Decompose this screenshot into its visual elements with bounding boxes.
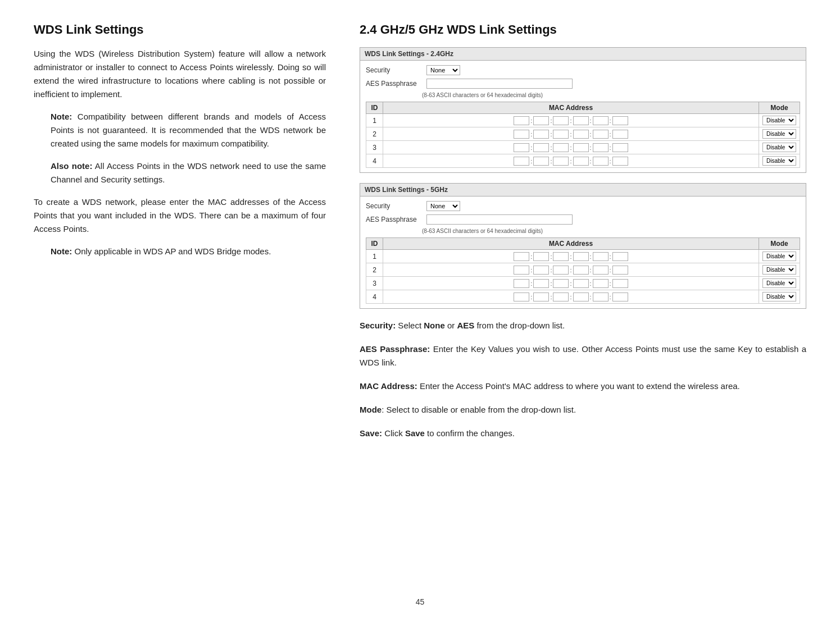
mode-select[interactable]: DisableEnable (762, 278, 796, 288)
note1-label: Note: (51, 112, 72, 121)
mac-octet-input[interactable] (553, 279, 569, 288)
mac-octet-input[interactable] (514, 292, 529, 301)
table-row: 3:::::DisableEnable (366, 141, 800, 154)
mac-octet-input[interactable] (593, 252, 609, 261)
mac-separator: : (530, 131, 532, 138)
mac-octet-input[interactable] (533, 143, 549, 152)
mac-octet-input[interactable] (514, 143, 529, 152)
passphrase-label-5: AES Passphrase (366, 216, 422, 223)
mac-octet-input[interactable] (533, 266, 549, 275)
left-para2: To create a WDS network, please enter th… (34, 195, 326, 236)
col-mac-5: MAC Address (383, 238, 759, 250)
security-select-5[interactable]: None AES (426, 201, 460, 211)
mac-octet-input[interactable] (514, 130, 529, 139)
desc-security-term: Security: (360, 321, 396, 330)
mac-octet-input[interactable] (573, 143, 589, 152)
desc-mac-para: MAC Address: Enter the Access Point's MA… (360, 380, 806, 393)
mac-separator: : (610, 294, 611, 300)
mac-octet-input[interactable] (553, 266, 569, 275)
mac-octet-input[interactable] (533, 279, 549, 288)
mac-octet-input[interactable] (593, 130, 609, 139)
mac-octet-input[interactable] (553, 252, 569, 261)
mac-input-group: ::::: (387, 143, 755, 152)
mac-octet-input[interactable] (612, 157, 628, 166)
mode-select[interactable]: DisableEnable (762, 143, 796, 152)
desc-aes-bold: AES (457, 321, 474, 330)
mac-octet-input[interactable] (593, 292, 609, 301)
row-id: 4 (366, 290, 383, 304)
mac-octet-input[interactable] (612, 292, 628, 301)
mac-separator: : (590, 253, 592, 260)
mac-octet-input[interactable] (573, 157, 589, 166)
mac-octet-input[interactable] (533, 252, 549, 261)
desc-save-term: Save: (360, 428, 382, 438)
mode-select[interactable]: DisableEnable (762, 116, 796, 125)
mac-octet-input[interactable] (533, 292, 549, 301)
mac-octet-input[interactable] (553, 292, 569, 301)
mac-separator: : (610, 267, 611, 273)
mac-octet-input[interactable] (514, 279, 529, 288)
mac-separator: : (610, 158, 611, 164)
passphrase-input-24[interactable] (426, 79, 573, 89)
mac-separator: : (550, 267, 552, 273)
mode-select[interactable]: DisableEnable (762, 129, 796, 139)
row-mac: ::::: (383, 263, 759, 277)
left-column: WDS Link Settings Using the WDS (Wireles… (34, 22, 326, 450)
mac-octet-input[interactable] (573, 279, 589, 288)
mac-separator: : (610, 253, 611, 260)
mac-octet-input[interactable] (533, 130, 549, 139)
mac-octet-input[interactable] (573, 252, 589, 261)
mac-octet-input[interactable] (612, 266, 628, 275)
mac-separator: : (570, 294, 571, 300)
mac-octet-input[interactable] (533, 116, 549, 125)
security-row-24: Security None AES (366, 65, 800, 75)
mac-octet-input[interactable] (573, 116, 589, 125)
mac-octet-input[interactable] (533, 157, 549, 166)
mac-separator: : (530, 117, 532, 124)
mode-select[interactable]: DisableEnable (762, 156, 796, 166)
mac-octet-input[interactable] (612, 143, 628, 152)
desc-none-bold: None (424, 321, 445, 330)
mac-octet-input[interactable] (573, 130, 589, 139)
mac-octet-input[interactable] (573, 266, 589, 275)
mac-octet-input[interactable] (593, 266, 609, 275)
mac-octet-input[interactable] (593, 143, 609, 152)
mac-separator: : (570, 280, 571, 287)
table-row: 2:::::DisableEnable (366, 127, 800, 141)
mac-octet-input[interactable] (514, 116, 529, 125)
mac-octet-input[interactable] (514, 266, 529, 275)
mac-separator: : (570, 158, 571, 164)
note3-body: Only applicable in WDS AP and WDS Bridge… (72, 246, 271, 256)
mode-select[interactable]: DisableEnable (762, 252, 796, 261)
mac-octet-input[interactable] (553, 143, 569, 152)
mac-separator: : (570, 131, 571, 138)
mac-octet-input[interactable] (553, 130, 569, 139)
passphrase-hint-5: (8-63 ASCII characters or 64 hexadecimal… (422, 228, 800, 234)
security-select-24[interactable]: None AES (426, 65, 460, 75)
row-mode: DisableEnable (759, 277, 800, 290)
mac-octet-input[interactable] (612, 130, 628, 139)
mac-separator: : (530, 158, 532, 164)
desc-passphrase: AES Passphrase: Enter the Key Values you… (360, 342, 806, 369)
mac-separator: : (590, 117, 592, 124)
mode-select[interactable]: DisableEnable (762, 265, 796, 275)
mac-separator: : (570, 117, 571, 124)
mac-octet-input[interactable] (612, 279, 628, 288)
mac-octet-input[interactable] (553, 157, 569, 166)
wds-box-24ghz-inner: Security None AES AES Passphrase (8-63 A… (360, 61, 806, 172)
passphrase-input-5[interactable] (426, 214, 573, 225)
wds-box-24ghz-title: WDS Link Settings - 2.4GHz (360, 48, 806, 61)
mode-select[interactable]: DisableEnable (762, 292, 796, 301)
mac-octet-input[interactable] (514, 252, 529, 261)
mac-octet-input[interactable] (593, 116, 609, 125)
mac-octet-input[interactable] (514, 157, 529, 166)
mac-octet-input[interactable] (612, 252, 628, 261)
row-mode: DisableEnable (759, 141, 800, 154)
mac-octet-input[interactable] (573, 292, 589, 301)
mac-octet-input[interactable] (612, 116, 628, 125)
mac-octet-input[interactable] (553, 116, 569, 125)
mac-octet-input[interactable] (593, 157, 609, 166)
row-mode: DisableEnable (759, 250, 800, 263)
mac-octet-input[interactable] (593, 279, 609, 288)
mac-separator: : (550, 280, 552, 287)
